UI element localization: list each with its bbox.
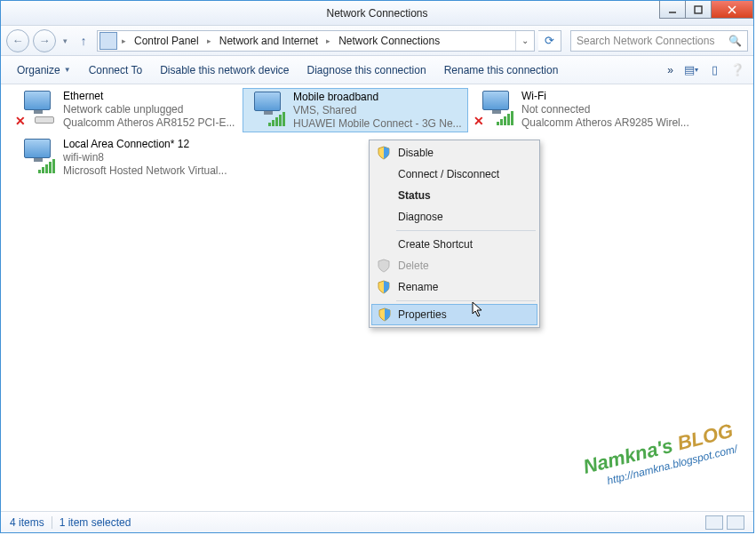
ctx-rename[interactable]: Rename (371, 276, 537, 298)
ctx-status[interactable]: Status (371, 185, 537, 206)
ctx-properties[interactable]: Properties (371, 304, 537, 325)
up-button[interactable]: ↑ (74, 31, 93, 51)
window-title: Network Connections (1, 7, 753, 20)
wifi-icon: ✕ (473, 90, 518, 127)
status-selected-count: 1 item selected (60, 516, 131, 529)
breadcrumb-control-panel[interactable]: Control Panel (129, 31, 204, 51)
ctx-create-shortcut[interactable]: Create Shortcut (371, 234, 537, 255)
local-area-icon (15, 138, 60, 175)
connect-to-button[interactable]: Connect To (80, 56, 152, 84)
shield-icon (377, 259, 391, 273)
watermark: Namkna's BLOG http://namkna.blogspot.com… (582, 423, 739, 494)
view-options-button[interactable]: ▤▾ (682, 61, 700, 79)
navigation-bar: ← → ▾ ↑ ▸ Control Panel ▸ Network and In… (1, 26, 753, 56)
connection-device: Qualcomm Atheros AR8152 PCI-E... (63, 116, 235, 130)
connection-status: VMS, Shared (293, 104, 462, 117)
ctx-diagnose[interactable]: Diagnose (371, 206, 537, 228)
ctx-delete: Delete (371, 255, 537, 276)
minimize-button[interactable] (659, 1, 686, 19)
organize-menu[interactable]: Organize▼ (8, 56, 80, 84)
maximize-button[interactable] (685, 1, 712, 19)
connection-name: Wi-Fi (521, 90, 689, 103)
svg-rect-1 (695, 6, 702, 13)
ethernet-icon: ✕ (15, 90, 60, 127)
shield-icon (377, 280, 391, 294)
breadcrumb-network-internet[interactable]: Network and Internet (214, 31, 323, 51)
history-dropdown[interactable]: ▾ (60, 36, 70, 45)
ctx-separator (396, 300, 536, 301)
connection-device: Qualcomm Atheros AR9285 Wirel... (521, 116, 689, 130)
connection-local-area-12[interactable]: Local Area Connection* 12 wifi-win8 Micr… (13, 136, 239, 180)
ctx-connect-disconnect[interactable]: Connect / Disconnect (371, 164, 537, 185)
ctx-disable[interactable]: Disable (371, 142, 537, 164)
status-item-count: 4 items (10, 516, 44, 529)
address-bar[interactable]: ▸ Control Panel ▸ Network and Internet ▸… (97, 30, 535, 52)
tiles-view-button[interactable] (727, 515, 744, 530)
help-button[interactable]: ❔ (728, 61, 746, 79)
status-bar: 4 items 1 item selected (1, 511, 753, 532)
connection-wifi[interactable]: ✕ Wi-Fi Not connected Qualcomm Atheros A… (472, 88, 697, 132)
overflow-button[interactable]: » (664, 64, 677, 76)
disable-device-button[interactable]: Disable this network device (151, 56, 298, 84)
network-connections-window: Network Connections ← → ▾ ↑ ▸ Control Pa… (0, 0, 754, 533)
connection-status: Not connected (521, 103, 689, 116)
search-box[interactable]: Search Network Connections 🔍 (570, 30, 748, 52)
connection-name: Ethernet (63, 90, 235, 103)
ctx-separator (396, 230, 536, 231)
address-dropdown[interactable]: ⌄ (515, 31, 534, 51)
breadcrumb-chevron[interactable]: ▸ (323, 36, 333, 45)
connection-status: wifi-win8 (63, 151, 227, 164)
context-menu: Disable Connect / Disconnect Status Diag… (369, 140, 540, 328)
preview-pane-button[interactable]: ▯ (705, 61, 723, 79)
forward-button[interactable]: → (33, 29, 56, 52)
breadcrumb-chevron[interactable]: ▸ (119, 36, 129, 45)
connection-device: Microsoft Hosted Network Virtual... (63, 164, 227, 178)
connection-mobile-broadband[interactable]: Mobile broadband VMS, Shared HUAWEI Mobi… (243, 88, 468, 132)
connection-name: Local Area Connection* 12 (63, 138, 227, 151)
status-separator (52, 516, 52, 529)
connection-device: HUAWEI Mobile Connect - 3G Ne... (293, 117, 462, 131)
connection-status: Network cable unplugged (63, 103, 235, 116)
titlebar: Network Connections (1, 1, 753, 26)
refresh-button[interactable]: ⟳ (538, 30, 561, 52)
close-button[interactable] (711, 1, 753, 19)
shield-icon (377, 146, 391, 160)
mobile-broadband-icon (245, 91, 290, 128)
search-icon: 🔍 (728, 35, 742, 47)
window-controls (660, 1, 753, 19)
connection-ethernet[interactable]: ✕ Ethernet Network cable unplugged Qualc… (13, 88, 239, 132)
back-button[interactable]: ← (6, 29, 29, 52)
connection-name: Mobile broadband (293, 91, 462, 104)
diagnose-button[interactable]: Diagnose this connection (298, 56, 435, 84)
details-view-button[interactable] (705, 515, 723, 530)
breadcrumb-network-connections[interactable]: Network Connections (333, 31, 445, 51)
content-area: ✕ Ethernet Network cable unplugged Qualc… (1, 84, 753, 511)
rename-button[interactable]: Rename this connection (435, 56, 568, 84)
location-icon (99, 32, 117, 50)
shield-icon (378, 307, 392, 322)
command-bar: Organize▼ Connect To Disable this networ… (1, 56, 753, 84)
search-placeholder: Search Network Connections (577, 35, 714, 47)
breadcrumb-chevron[interactable]: ▸ (204, 36, 214, 45)
